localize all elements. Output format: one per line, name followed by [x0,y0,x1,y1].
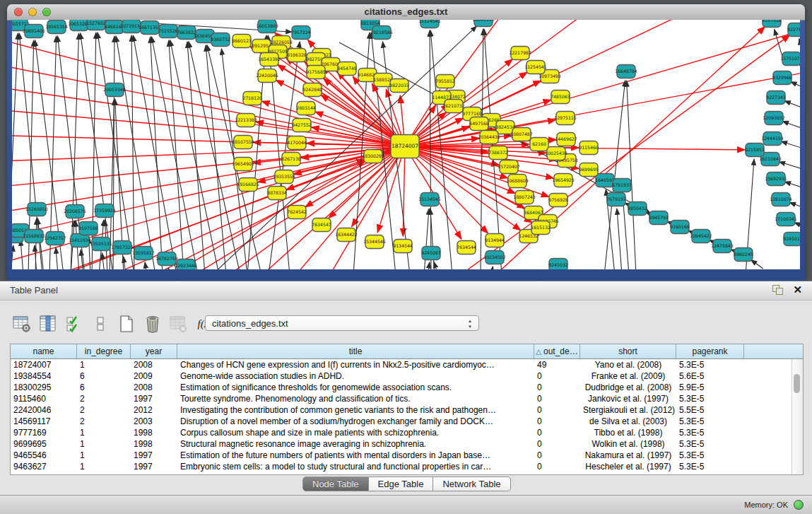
graph-node[interactable]: 12942757 [44,232,66,245]
graph-node[interactable]: 11254541 [524,61,547,74]
graph-node[interactable]: 19654923 [552,174,575,187]
graph-node[interactable]: 8427552 [292,119,312,132]
graph-node[interactable]: 8186328 [287,49,307,62]
graph-node[interactable]: 19654903 [232,158,254,171]
new-file-button[interactable] [116,313,137,334]
table-row[interactable]: 1830029562008Estimation of significance … [11,382,803,393]
graph-node[interactable]: 10688609 [506,175,529,188]
graph-node[interactable]: 25260850 [25,203,48,216]
table-row[interactable]: 1456911722003Disruption of a novel membe… [11,416,803,427]
graph-node[interactable]: 8960245 [734,248,753,262]
graph-node[interactable]: 2803144 [296,102,316,115]
stacked-rows-button[interactable] [90,313,111,334]
graph-node[interactable]: 9329966 [772,71,792,85]
graph-node[interactable]: 8945793 [649,211,669,225]
graph-node[interactable]: 15134545 [418,193,441,206]
graph-node[interactable]: 9699695 [579,163,599,177]
scrollbar-thumb[interactable] [794,374,800,393]
table-row[interactable]: 969969511998Structural magnetic resonanc… [11,438,803,450]
graph-node[interactable]: 9242848 [302,83,322,97]
graph-node[interactable]: 7386372 [488,146,508,160]
citation-network-graph[interactable]: 1405571220691406195653541065328715276026… [12,20,800,269]
column-settings-button[interactable] [37,313,59,334]
graph-node[interactable]: 15124541 [418,20,441,28]
graph-node[interactable]: 17100341 [775,213,797,226]
graph-node[interactable]: 10807487 [510,128,533,141]
graph-node[interactable]: 6497568 [469,117,489,131]
graph-node[interactable]: 7485063 [551,90,570,104]
graph-node[interactable]: 8660123 [232,35,252,48]
graph-node[interactable]: 7957224 [291,26,311,40]
column-header[interactable]: name [11,344,77,358]
column-header[interactable]: in_degree [77,344,131,358]
graph-node[interactable]: 9157016 [762,20,782,28]
graph-node[interactable]: 4170044 [287,136,307,150]
tab-node-table[interactable]: Node Table [302,477,369,491]
graph-node[interactable]: 19166825 [237,178,259,192]
graph-node[interactable]: 16344422 [335,228,358,242]
hub-node[interactable]: 18724007 [391,135,419,158]
graph-node[interactable]: 9160168 [670,221,690,234]
table-selector-dropdown[interactable]: citations_edges.txt ▲▼ [205,315,479,331]
graph-node[interactable]: 12475843 [711,240,734,253]
graph-node[interactable]: 7955812 [435,75,455,88]
table-row[interactable]: 1872400712008Changes of HCN gene express… [11,359,803,370]
graph-node[interactable]: 7634547 [312,218,331,232]
graph-node[interactable]: 15692931 [765,173,787,186]
network-canvas[interactable]: 1405571220691406195653541065328715276026… [12,20,800,269]
column-header[interactable]: △out_de… [534,344,580,358]
graph-node[interactable]: 16210732 [442,100,465,113]
graph-node[interactable]: 11451934 [69,234,91,247]
graph-node[interactable]: 16648784 [615,65,637,78]
minimize-window-button[interactable] [28,8,37,16]
graph-node[interactable]: 9115460 [579,141,599,155]
column-header[interactable]: pagerank [676,344,744,358]
graph-node[interactable]: 10945422 [690,230,712,243]
table-row[interactable]: 977716911998Corpus callosum shape and si… [11,427,803,438]
graph-node[interactable]: 16671355 [139,21,161,35]
graph-node[interactable]: 12444154 [761,132,784,146]
graph-node[interactable]: 20053346 [103,83,126,97]
graph-node[interactable]: 9134544 [393,240,413,253]
graph-node[interactable]: 20206576 [64,205,86,218]
graph-node[interactable]: 17359924 [93,204,116,218]
graph-node[interactable]: 2718120 [242,92,262,105]
graph-node[interactable]: 15720407 [498,160,520,174]
graph-node[interactable]: 19353554 [273,170,295,184]
window-titlebar[interactable]: citations_edges.txt [7,4,805,21]
graph-node[interactable]: 7634544 [457,241,476,255]
graph-node[interactable]: 18807243 [513,191,536,204]
graph-node[interactable]: 1615132 [531,221,551,235]
tab-network-table[interactable]: Network Table [433,477,510,491]
column-header[interactable]: short [580,344,676,358]
table-row[interactable]: 2242004622012Investigating the contribut… [11,404,803,416]
graph-node[interactable]: 8267130 [281,153,301,166]
graph-node[interactable]: 12923446 [175,259,197,270]
table-row[interactable]: 946362711997Embryonic stem cells: a mode… [11,461,803,472]
delete-button[interactable] [142,313,163,334]
vertical-scrollbar[interactable] [792,359,803,474]
graph-node[interactable]: 16053809 [256,20,278,33]
graph-node[interactable]: 13505135 [90,238,112,251]
table-row[interactable]: 911546021997Tourette syndrome. Phenomeno… [11,393,803,404]
graph-node[interactable]: 8878334 [267,187,287,200]
zoom-window-button[interactable] [42,8,51,16]
graph-node[interactable]: 9134944 [485,234,505,247]
graph-node[interactable]: 9850432 [628,202,647,216]
column-header[interactable]: title [177,344,534,358]
graph-node[interactable]: 9197588 [78,222,98,235]
graph-node[interactable]: 22420046 [256,69,278,83]
table-row[interactable]: 946554611997Estimation of the future num… [11,450,803,461]
graph-node[interactable]: 9245012 [783,233,800,246]
graph-node[interactable]: 8454749 [337,62,357,76]
graph-node[interactable]: 15751074 [780,52,800,66]
graph-node[interactable]: 12217987 [509,47,531,60]
graph-node[interactable]: 7679197 [606,193,626,206]
graph-node[interactable]: 10025438 [545,147,567,160]
graph-node[interactable]: 12975115 [554,112,577,125]
graph-node[interactable]: 11568632 [23,230,45,243]
tab-edge-table[interactable]: Edge Table [369,477,434,491]
graph-node[interactable]: 12093832 [763,112,785,125]
graph-node[interactable]: 12810074 [770,193,792,206]
graph-node[interactable]: 16640910 [472,20,495,27]
